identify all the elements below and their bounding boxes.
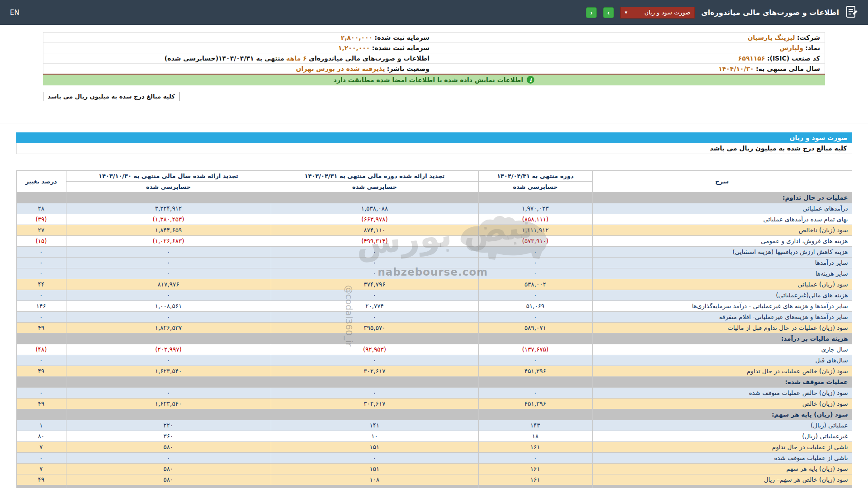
statement-section-row: عملیات متوقف شده:	[16, 376, 852, 387]
row-value: ۲۷	[16, 225, 66, 235]
statement-data-row: هزینه های مالی(غیرعملیاتی)۰۰۰۰	[16, 290, 852, 300]
section-divider	[0, 123, 868, 123]
row-value	[271, 485, 478, 488]
fiscal-year-end-value: ۱۴۰۴/۱۰/۳۰	[718, 65, 754, 72]
page-title: اطلاعات و صورت‌های مالی میاندوره‌ای	[701, 8, 839, 17]
row-value: ۷	[16, 463, 66, 474]
row-value: (۴۸)	[16, 344, 66, 355]
row-label: سال‌های قبل	[592, 355, 852, 366]
row-value: (۳۹)	[16, 214, 66, 225]
row-label: سود (زیان) پایه هر سهم	[592, 463, 852, 474]
statement-section-row: سود (زیان) پایه هر سهم:	[16, 409, 852, 420]
row-label: هزینه های فروش، اداری و عمومی	[592, 235, 852, 246]
row-value: (۵۷۳,۹۱۰)	[478, 235, 592, 246]
row-label: سایر درآمدها و هزینه‌های غیرعملیاتی- اقل…	[592, 311, 852, 322]
subheader-audited: حسابرسی شده	[66, 181, 271, 192]
next-sheet-button[interactable]: ›	[586, 7, 597, 18]
chevron-down-icon: ▾	[625, 9, 627, 15]
statement-dropdown[interactable]: صورت سود و زیان ▾	[620, 7, 695, 19]
period-length-value: ۶ ماهه	[286, 55, 307, 62]
signature-match-text: اطلاعات نمایش داده شده با اطلاعات امضا ش…	[334, 76, 523, 84]
company-info-table: شرکت: لیزینگ پارسیان سرمایه ثبت شده: ۲,۸…	[43, 32, 825, 75]
row-label: سود (زیان) پایه هر سهم:	[592, 409, 852, 420]
statement-data-row: سایر هزینه‌ها۰۰۰۰	[16, 268, 852, 279]
statement-data-row: سود (زیان) خالص عملیات متوقف شده۰۰۰۰	[16, 387, 852, 398]
row-value	[16, 192, 66, 203]
row-value: (۲۰۲,۹۹۷)	[66, 344, 271, 355]
statement-data-row: ناشی از عملیات در حال تداوم۱۶۱۱۵۱۵۸۰۷	[16, 441, 852, 452]
row-value: ۸۱۷,۹۷۶	[66, 279, 271, 290]
row-value: (۸۵۸,۱۱۱)	[478, 214, 592, 225]
info-cell: سال مالی منتهی به: ۱۴۰۴/۱۰/۳۰	[434, 64, 825, 74]
row-value: ۰	[478, 355, 592, 366]
statement-data-row: درآمدهای عملیاتی۱,۹۷۰,۰۲۳۱,۵۳۸,۰۸۸۳,۲۲۴,…	[16, 203, 852, 214]
row-value: ۵۸۹,۰۷۱	[478, 322, 592, 333]
row-value: (۱,۳۸۰,۲۵۳)	[66, 214, 271, 225]
row-value: ۰	[66, 290, 271, 300]
row-value: ۰	[271, 257, 478, 268]
prev-sheet-button[interactable]: ‹	[603, 7, 614, 18]
row-label: سود (زیان) عملیاتی	[592, 279, 852, 290]
row-label: عملیات متوقف شده:	[592, 376, 852, 387]
row-value: ۴۴	[16, 279, 66, 290]
info-label: وضعیت ناشر:	[387, 65, 429, 72]
company-info-row: کد صنعت (ISIC): ۶۵۹۱۱۵۶ اطلاعات و صورت‌ه…	[43, 53, 825, 64]
statement-data-row: هزینه های فروش، اداری و عمومی(۵۷۳,۹۱۰)(۴…	[16, 235, 852, 246]
statement-data-row: هزینه کاهش ارزش دریافتنیها (هزینه استثنا…	[16, 246, 852, 257]
row-value: ۰	[16, 257, 66, 268]
row-value: ۰	[271, 268, 478, 279]
ticker-symbol-value: ولپارس	[780, 44, 803, 52]
row-value: ۲۰,۷۷۴	[271, 300, 478, 311]
row-value: ۰	[478, 452, 592, 463]
unregistered-capital-value: ۱,۲۰۰,۰۰۰	[338, 44, 370, 52]
column-header-percent-change: درصد تغییر	[16, 170, 66, 192]
row-value	[271, 376, 478, 387]
statement-data-row: سایر درآمدها۰۰۰۰	[16, 257, 852, 268]
row-value: (۹۲,۹۵۳)	[271, 344, 478, 355]
row-label: سود (زیان) ناخالص	[592, 225, 852, 235]
row-value: ۱	[16, 420, 66, 431]
row-value: ۱,۸۴۴,۶۵۹	[66, 225, 271, 235]
row-value: ۵۱,۰۶۹	[478, 300, 592, 311]
row-value: ۳۷۴,۷۹۶	[271, 279, 478, 290]
row-label: سود (زیان) خالص عملیات متوقف شده	[592, 387, 852, 398]
info-cell: وضعیت ناشر: پذیرفته شده در بورس تهران	[43, 64, 434, 74]
statement-data-row: سود (زیان) خالص عملیات در حال تداوم۴۵۱,۳…	[16, 366, 852, 376]
row-value	[271, 333, 478, 344]
statement-data-row: سود (زیان) خالص۴۵۱,۳۹۶۳۰۲,۶۱۷۱,۶۲۳,۵۴۰۴۹	[16, 398, 852, 409]
row-label: سایر درآمدها و هزینه های غیرعملیاتی - در…	[592, 300, 852, 311]
row-value: ۱,۶۲۳,۵۴۰	[66, 398, 271, 409]
row-value: (۱۵)	[16, 235, 66, 246]
row-value: ۰	[66, 246, 271, 257]
row-value	[66, 485, 271, 488]
row-value: ۰	[66, 268, 271, 279]
row-value: (۱,۰۲۶,۶۸۳)	[66, 235, 271, 246]
statement-data-row: سال جاری(۱۳۷,۶۷۵)(۹۲,۹۵۳)(۲۰۲,۹۹۷)(۴۸)	[16, 344, 852, 355]
statement-data-row: غیرعملیاتی (ریال)۱۸۱۰۳۶۰۸۰	[16, 431, 852, 441]
row-value: ۳۰۲,۶۱۷	[271, 366, 478, 376]
row-value: ۱۵۱	[271, 463, 478, 474]
row-value	[271, 192, 478, 203]
report-icon	[845, 5, 858, 20]
info-label: کد صنعت (ISIC):	[767, 55, 820, 62]
signature-match-notice: i اطلاعات نمایش داده شده با اطلاعات امضا…	[43, 75, 825, 85]
row-value: ۰	[16, 355, 66, 366]
row-value: ۱۴۱	[271, 420, 478, 431]
row-value: ۱۶۱	[478, 441, 592, 452]
row-label: هزینه های مالی(غیرعملیاتی)	[592, 290, 852, 300]
info-cell: شرکت: لیزینگ پارسیان	[434, 33, 825, 43]
info-label: سرمایه ثبت نشده:	[372, 44, 429, 52]
info-label: شرکت:	[797, 34, 820, 41]
row-value: ۰	[271, 452, 478, 463]
statement-data-row: سود (زیان) ناخالص۱,۱۱۱,۹۱۲۸۷۴,۱۱۰۱,۸۴۴,۶…	[16, 225, 852, 235]
language-toggle[interactable]: EN	[10, 9, 19, 17]
row-value	[478, 333, 592, 344]
row-value: ۰	[16, 387, 66, 398]
row-value: ۰	[478, 311, 592, 322]
row-label: سایر درآمدها	[592, 257, 852, 268]
row-value: ۵۸۰	[66, 463, 271, 474]
row-label: سود (زیان) خالص هر سهم– ریال	[592, 474, 852, 485]
column-header-current-period: دوره منتهی به ۱۴۰۴/۰۴/۳۱	[478, 170, 592, 181]
row-value: ۰	[66, 452, 271, 463]
row-value	[478, 376, 592, 387]
